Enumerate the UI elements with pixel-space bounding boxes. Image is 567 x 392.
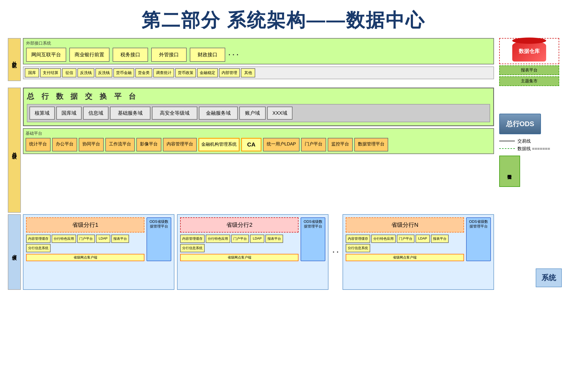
data-transfer: 数据传输平台 bbox=[499, 156, 520, 187]
base-ca: CA bbox=[241, 138, 261, 151]
prov2-item-4: 报表平台 bbox=[265, 235, 283, 243]
biz-10: 内部管理 bbox=[219, 68, 240, 77]
ext-item-3: 外管接口 bbox=[151, 48, 187, 62]
ext-dots: · · · bbox=[228, 51, 239, 59]
base-platform-label: 基础平台 bbox=[26, 131, 491, 136]
zonghangji-label: 总行级 bbox=[8, 88, 21, 213]
prov1-footer: 省级网点客户端 bbox=[26, 254, 144, 261]
shengji-label: 省级 bbox=[8, 214, 21, 290]
prov2-item-0: 内容管理缓存 bbox=[180, 235, 205, 243]
prov1-item-5: 分行信息系统 bbox=[26, 244, 51, 252]
exchange-platform-title: 总 行 数 据 交 换 平 台 bbox=[27, 91, 490, 101]
legend-data-label: 数据线 ======= bbox=[517, 146, 550, 152]
provN-item-5: 分行信息系统 bbox=[346, 244, 370, 252]
right-ods-panel: 总行ODS 交易线 数据线 ======= 数据传输平台 bbox=[499, 88, 559, 213]
biz-5: 货币金融 bbox=[113, 68, 134, 77]
biz-6: 货金类 bbox=[135, 68, 152, 77]
prov1-item-4: 报表平台 bbox=[111, 235, 129, 243]
prov1-item-1: 分行特色应用 bbox=[52, 235, 76, 243]
provN-item-4: 报表平台 bbox=[431, 235, 449, 243]
base-10: 监控平台 bbox=[328, 138, 353, 151]
zonghangji-row: 总行级 总 行 数 据 交 换 平 台 核算域 国库域 信息域 基础服务域 高安… bbox=[8, 88, 559, 213]
wailianqu-label: 外联区 bbox=[8, 38, 21, 81]
base-1: 办公平台 bbox=[52, 138, 77, 151]
ods-main: 总行ODS bbox=[499, 114, 541, 134]
base-items-row: 统计平台 办公平台 协同平台 工作流平台 影像平台 内容管理平台 金融机构管理系… bbox=[26, 138, 491, 151]
prov2-ods: ODS省级数据管理平台 bbox=[301, 217, 325, 261]
prov2-ods-box: ODS省级数据管理平台 bbox=[301, 217, 325, 261]
wailianqu-row: 外联区 外部接口系统 网间互联平台 商业银行前置 税务接口 外管接口 财政接口 … bbox=[8, 38, 559, 86]
warehouse-container: 数据仓库 bbox=[499, 38, 559, 64]
prov2-items: 内容管理缓存 分行特色应用 门户平台 LDAP 报表平台 分行信息系统 bbox=[180, 235, 298, 252]
provN-item-0: 内容管理缓存 bbox=[346, 235, 370, 243]
external-section-label: 外部接口系统 bbox=[26, 41, 491, 46]
report-platform: 报表平台 bbox=[499, 65, 559, 75]
legend-data-line bbox=[499, 148, 515, 149]
prov1-main: 省级分行1 内容管理缓存 分行特色应用 门户平台 LDAP 报表平台 分行信息系… bbox=[26, 217, 144, 261]
legend-trade-line bbox=[499, 141, 515, 141]
base-0: 统计平台 bbox=[26, 138, 51, 151]
prov1-ods-box: ODS省级数据管理平台 bbox=[147, 217, 171, 261]
business-systems-row: 国库 支付结算 征信 反洗钱 反洗钱 货币金融 货金类 调查统计 货币政策 金融… bbox=[23, 66, 494, 79]
base-6: 金融机构管理系统 bbox=[198, 138, 240, 151]
biz-9: 金融稳定 bbox=[197, 68, 218, 77]
theme-row: 主题集市 bbox=[499, 76, 559, 86]
provN-item-1: 分行特色应用 bbox=[371, 235, 396, 243]
prov1-item-2: 门户平台 bbox=[77, 235, 95, 243]
cyl-top bbox=[512, 38, 546, 44]
domain-1: 国库域 bbox=[56, 107, 82, 120]
base-2: 协同平台 bbox=[79, 138, 104, 151]
base-9: 门户平台 bbox=[301, 138, 326, 151]
ext-item-0: 网间互联平台 bbox=[26, 48, 66, 62]
prov2-title: 省级分行2 bbox=[180, 217, 298, 232]
prov2-item-1: 分行特色应用 bbox=[206, 235, 230, 243]
legend-data: 数据线 ======= bbox=[499, 146, 559, 152]
prov1-items: 内容管理缓存 分行特色应用 门户平台 LDAP 报表平台 分行信息系统 bbox=[26, 235, 144, 252]
provN-items: 内容管理缓存 分行特色应用 门户平台 LDAP 报表平台 分行信息系统 bbox=[346, 235, 464, 252]
province-blocks: 省级分行1 内容管理缓存 分行特色应用 门户平台 LDAP 报表平台 分行信息系… bbox=[23, 214, 494, 290]
left-label-shengji: 省级 bbox=[8, 214, 21, 290]
provN-title: 省级分行N bbox=[346, 217, 464, 232]
legend: 交易线 数据线 ======= bbox=[499, 138, 559, 152]
province-2-block: 省级分行2 内容管理缓存 分行特色应用 门户平台 LDAP 报表平台 分行信息系… bbox=[177, 214, 328, 290]
biz-11: 其他 bbox=[241, 68, 255, 77]
prov2-inner: 省级分行2 内容管理缓存 分行特色应用 门户平台 LDAP 报表平台 分行信息系… bbox=[180, 217, 325, 261]
biz-8: 货币政策 bbox=[175, 68, 196, 77]
left-label-wailianqu: 外联区 bbox=[8, 38, 21, 86]
prov1-ods: ODS省级数据管理平台 bbox=[147, 217, 171, 261]
data-warehouse-shape: 数据仓库 bbox=[512, 41, 546, 62]
provN-footer: 省级网点客户端 bbox=[346, 254, 464, 261]
exchange-platform: 总 行 数 据 交 换 平 台 核算域 国库域 信息域 基础服务域 高安全等级域… bbox=[23, 88, 494, 126]
ext-item-1: 商业银行前置 bbox=[69, 48, 109, 62]
domains-row: 核算域 国库域 信息域 基础服务域 高安全等级域 金融服务域 账户域 XXX域 bbox=[27, 104, 490, 122]
external-items-row: 网间互联平台 商业银行前置 税务接口 外管接口 财政接口 · · · bbox=[26, 48, 491, 62]
prov1-item-3: LDAP bbox=[96, 235, 110, 243]
domain-3: 基础服务域 bbox=[110, 107, 150, 120]
page-container: 第二部分 系统架构——数据中心 外联区 外部接口系统 网间互联平台 商业银行前置… bbox=[0, 0, 567, 290]
prov2-footer: 省级网点客户端 bbox=[180, 254, 298, 261]
biz-0: 国库 bbox=[25, 68, 39, 77]
report-theme-row: 报表平台 bbox=[499, 65, 559, 75]
domain-0: 核算域 bbox=[29, 107, 55, 120]
prov1-title: 省级分行1 bbox=[26, 217, 144, 232]
biz-1: 支付结算 bbox=[40, 68, 61, 77]
external-section: 外部接口系统 网间互联平台 商业银行前置 税务接口 外管接口 财政接口 · · … bbox=[23, 38, 494, 64]
zong-content: 总 行 数 据 交 换 平 台 核算域 国库域 信息域 基础服务域 高安全等级域… bbox=[23, 88, 494, 213]
base-platform: 基础平台 统计平台 办公平台 协同平台 工作流平台 影像平台 内容管理平台 金融… bbox=[23, 128, 494, 154]
domain-4: 高安全等级域 bbox=[152, 107, 197, 120]
province-dots: · · bbox=[331, 214, 340, 290]
province-1-block: 省级分行1 内容管理缓存 分行特色应用 门户平台 LDAP 报表平台 分行信息系… bbox=[23, 214, 174, 290]
biz-3: 反洗钱 bbox=[77, 68, 94, 77]
theme-city: 主题集市 bbox=[499, 76, 559, 86]
biz-7: 调查统计 bbox=[153, 68, 174, 77]
prov1-item-0: 内容管理缓存 bbox=[26, 235, 51, 243]
base-5: 内容管理平台 bbox=[163, 138, 197, 151]
bottom-system-label: 系统 bbox=[536, 268, 562, 287]
biz-2: 征信 bbox=[62, 68, 76, 77]
province-n-block: 省级分行N 内容管理缓存 分行特色应用 门户平台 LDAP 报表平台 分行信息系… bbox=[343, 214, 494, 290]
provN-ods: ODS省级数据管理平台 bbox=[466, 217, 491, 261]
base-8: 统一用户LDAP bbox=[263, 138, 300, 151]
page-title: 第二部分 系统架构——数据中心 bbox=[0, 0, 567, 38]
provN-item-2: 门户平台 bbox=[397, 235, 414, 243]
provN-main: 省级分行N 内容管理缓存 分行特色应用 门户平台 LDAP 报表平台 分行信息系… bbox=[346, 217, 464, 261]
